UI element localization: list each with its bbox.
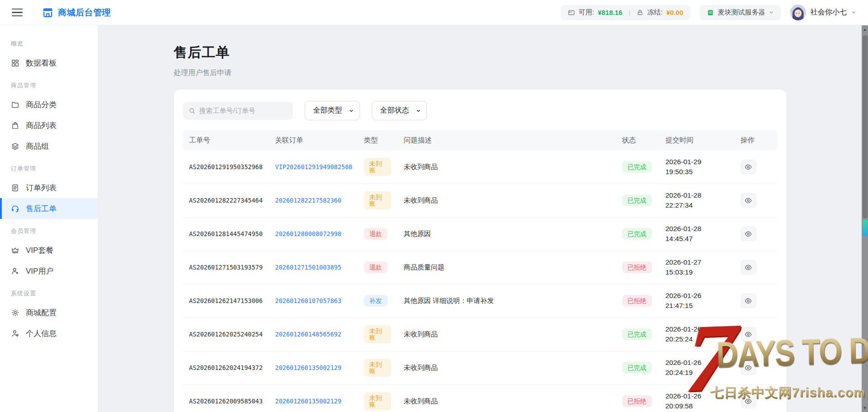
app-title: 商城后台管理 [58,7,111,19]
eye-icon [744,264,752,271]
chevron-down-icon [416,108,421,114]
eye-icon [744,364,752,372]
order-link[interactable]: 202601260135002129 [275,364,341,371]
table-row: AS202601262024194372202601260135002129未到… [183,351,777,384]
gear-icon [11,308,19,317]
sidebar-item-order-list[interactable]: 订单列表 [0,177,98,198]
table-row: AS202601262025240254202601260148565692未到… [183,317,777,351]
view-detail-button[interactable] [741,193,756,208]
sidebar-item-label: VIP用户 [26,266,53,276]
server-icon [707,9,714,16]
chevron-down-icon [769,10,774,15]
type-badge: 未到账 [364,392,391,410]
view-detail-button[interactable] [741,160,756,174]
scrollbar-accent [863,220,868,236]
status-filter-value: 全部状态 [380,106,409,115]
status-badge: 已完成 [622,161,652,173]
view-detail-button[interactable] [741,394,756,408]
ticket-id: AS202601281445474950 [189,230,263,237]
status-badge: 已完成 [622,228,652,240]
eye-icon [744,230,752,238]
order-link[interactable]: 202601271501003895 [275,264,341,271]
ticket-id: AS202601271503193579 [189,264,263,271]
crown-icon [11,246,19,255]
order-link[interactable]: VIP202601291949082508 [275,163,353,170]
view-detail-button[interactable] [741,327,756,341]
problem-description: 商品质量问题 [404,263,445,271]
view-detail-button[interactable] [741,360,756,375]
view-detail-button[interactable] [741,227,756,241]
order-link[interactable]: 202601260107057863 [275,297,341,304]
table-row: AS202601291950352968VIP20260129194908250… [183,151,777,184]
order-link[interactable]: 202601260135002129 [275,398,341,405]
dashboard-grid-icon [11,59,19,67]
column-header: 操作 [734,130,777,151]
submit-time: 2026-01-2620:24:19 [666,358,728,378]
sidebar-item-profile[interactable]: 个人信息 [0,323,98,344]
scroll-down-arrow-icon[interactable]: ▼ [862,405,868,411]
problem-description: 未收到商品 [404,397,438,405]
type-filter-select[interactable]: 全部类型 [305,101,360,120]
submit-time: 2026-01-2822:27:34 [666,190,728,211]
order-link[interactable]: 202601280008072998 [275,230,341,237]
top-header: 商城后台管理 可用: ¥818.16 | 冻结: ¥0.00 [0,0,868,25]
submit-time: 2026-01-2715:03:19 [666,257,728,278]
server-name: 麦块测试服务器 [718,8,765,17]
eye-icon [744,331,752,338]
folder-icon [11,100,19,109]
wallet-card-icon [568,9,575,16]
status-badge: 已完成 [622,362,652,374]
available-label: 可用: [579,8,594,17]
available-value: ¥818.16 [598,9,622,16]
sidebar-item-product-category[interactable]: 商品分类 [0,94,98,115]
server-selector[interactable]: 麦块测试服务器 [700,5,781,20]
table-row: AS202601282227345464202601282217582360未到… [183,184,777,217]
hamburger-menu-icon[interactable] [12,9,23,17]
type-badge: 补发 [364,295,388,307]
table-header-row: 工单号关联订单类型问题描述状态提交时间操作 [183,130,777,151]
username: 社会你小七 [810,8,847,17]
user-menu[interactable]: 社会你小七 [790,5,856,20]
sidebar-item-after-sales[interactable]: 售后工单 [0,198,98,219]
status-filter-select[interactable]: 全部状态 [372,101,427,120]
view-detail-button[interactable] [741,260,756,275]
sidebar-item-product-group[interactable]: 商品组 [0,136,98,156]
column-header: 状态 [616,130,659,151]
sidebar-item-label: 个人信息 [26,328,57,339]
scroll-up-arrow-icon[interactable]: ▲ [862,26,868,33]
balance-pill: 可用: ¥818.16 | 冻结: ¥0.00 [561,5,691,20]
ticket-id: AS202601262009585043 [189,398,263,405]
type-badge: 退款 [364,228,388,240]
sidebar-section-title: 会员管理 [0,219,98,240]
vertical-scrollbar[interactable]: ▲ ▼ [862,25,868,412]
order-link[interactable]: 202601282217582360 [275,197,341,204]
sidebar-item-label: 商品列表 [26,120,57,131]
sidebar-section-title: 系统设置 [0,281,98,302]
submit-time: 2026-01-2620:09:58 [666,391,728,412]
frozen-label: 冻结: [647,8,662,17]
user-star-icon [11,267,19,275]
ticket-id: AS202601262024194372 [189,364,263,371]
scrollbar-thumb[interactable] [863,35,868,218]
sidebar-item-vip-user[interactable]: VIP用户 [0,260,98,281]
ticket-id: AS202601262147153006 [189,297,263,304]
workorder-table: 工单号关联订单类型问题描述状态提交时间操作 AS2026012919503529… [183,130,777,412]
storefront-logo-icon [42,6,54,19]
sidebar-item-mall-config[interactable]: 商城配置 [0,302,98,323]
status-badge: 已拒绝 [622,295,652,307]
status-badge: 已拒绝 [622,395,652,407]
sidebar-item-vip-package[interactable]: VIP套餐 [0,240,98,260]
order-link[interactable]: 202601260148565692 [275,331,341,338]
submit-time: 2026-01-2620:25:24 [666,324,728,345]
sidebar-item-product-list[interactable]: 商品列表 [0,115,98,136]
status-badge: 已完成 [622,194,652,206]
problem-description: 未收到商品 [404,196,438,204]
column-header: 工单号 [183,130,269,151]
table-row: AS202601262009585043202601260135002129未到… [183,384,777,412]
problem-description: 其他原因 详细说明：申请补发 [404,297,494,304]
ticket-id: AS202601262025240254 [189,331,263,338]
eye-icon [744,297,752,305]
sidebar-item-dashboard[interactable]: 数据看板 [0,52,98,73]
search-input[interactable] [199,107,288,114]
view-detail-button[interactable] [741,294,756,308]
